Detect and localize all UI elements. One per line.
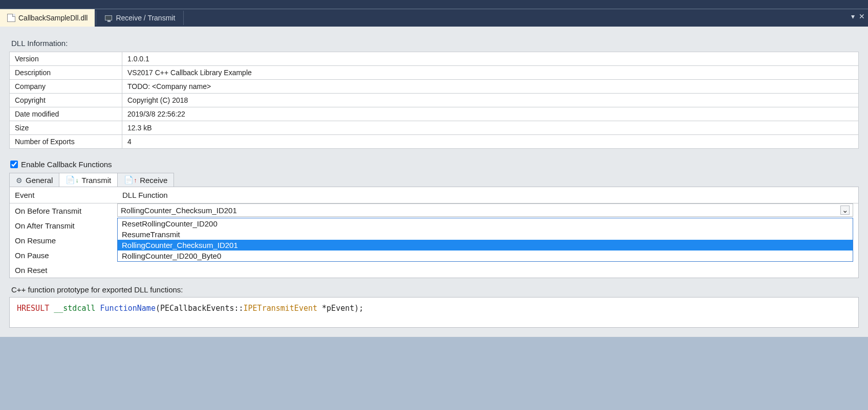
transmit-panel: Event DLL Function On Before Transmit Ro… [9, 187, 859, 278]
info-val: 2019/3/8 22:56:22 [122, 107, 859, 121]
chevron-down-icon[interactable]: ⌄ [840, 206, 850, 215]
file-icon [7, 14, 15, 22]
table-row: Version1.0.0.1 [10, 52, 859, 66]
table-row: DescriptionVS2017 C++ Callback Library E… [10, 66, 859, 80]
tab-label: Receive / Transmit [116, 14, 175, 22]
event-function-grid: Event DLL Function On Before Transmit Ro… [10, 187, 858, 278]
tab-callback-dll[interactable]: CallbackSampleDll.dll [0, 9, 95, 27]
enable-callbacks-row[interactable]: Enable Callback Functions [10, 160, 859, 169]
row-pause-label: On Pause [10, 248, 117, 263]
table-row: CopyrightCopyright (C) 2018 [10, 94, 859, 107]
receive-icon: 📄↑ [124, 175, 137, 185]
combobox-selected-text: RollingCounter_Checksum_ID201 [121, 206, 237, 215]
code-stdcall: __stdcall [54, 304, 95, 313]
dropdown-option-selected[interactable]: RollingCounter_Checksum_ID201 [118, 240, 853, 250]
info-key: Company [10, 80, 122, 94]
prototype-code: HRESULT __stdcall FunctionName(PECallbac… [9, 297, 859, 328]
table-row: Date modified2019/3/8 22:56:22 [10, 107, 859, 121]
row-reset-value[interactable] [117, 263, 858, 278]
function-dropdown: ResetRollingCounter_ID200 ResumeTransmit… [117, 218, 853, 262]
code-hresult: HRESULT [17, 304, 49, 313]
tab-receive-transmit[interactable]: Receive / Transmit [97, 9, 182, 27]
info-val: 1.0.0.1 [122, 52, 859, 66]
tab-receive[interactable]: 📄↑ Receive [118, 173, 174, 187]
tab-strip-controls: ▾ ✕ [851, 12, 865, 20]
enable-callbacks-label: Enable Callback Functions [21, 160, 112, 169]
info-val: VS2017 C++ Callback Library Example [122, 66, 859, 80]
code-text: (PECallbackEvents:: [156, 304, 244, 313]
info-key: Description [10, 66, 122, 80]
dropdown-option[interactable]: RollingCounter_ID200_Byte0 [118, 250, 853, 261]
dll-information-heading: DLL Information: [11, 39, 859, 48]
monitor-icon [104, 14, 113, 22]
tab-transmit[interactable]: 📄↓ Transmit [59, 173, 118, 187]
tab-general[interactable]: General [9, 173, 59, 187]
table-row: CompanyTODO: <Company name> [10, 80, 859, 94]
row-resume-label: On Resume [10, 233, 117, 248]
info-key: Version [10, 52, 122, 66]
row-before-transmit-label: On Before Transmit [10, 203, 117, 218]
tab-label: Transmit [81, 176, 111, 185]
dropdown-option[interactable]: ResumeTransmit [118, 229, 853, 240]
gear-icon [16, 176, 23, 185]
dropdown-option[interactable]: ResetRollingCounter_ID200 [118, 218, 853, 229]
info-val: 4 [122, 135, 859, 149]
title-bar-spacer [0, 0, 868, 9]
info-val: TODO: <Company name> [122, 80, 859, 94]
function-combobox[interactable]: RollingCounter_Checksum_ID201 ⌄ [117, 203, 853, 217]
info-val: 12.3 kB [122, 121, 859, 135]
dll-info-table: Version1.0.0.1 DescriptionVS2017 C++ Cal… [9, 52, 859, 149]
enable-callbacks-checkbox[interactable] [10, 161, 18, 168]
code-funcname: FunctionName [100, 304, 156, 313]
info-key: Date modified [10, 107, 122, 121]
row-after-transmit-label: On After Transmit [10, 218, 117, 233]
table-row: Size12.3 kB [10, 121, 859, 135]
col-header-function: DLL Function [117, 187, 858, 203]
document-tab-strip: CallbackSampleDll.dll Receive / Transmit… [0, 9, 868, 27]
dropdown-icon[interactable]: ▾ [851, 12, 855, 20]
content-area: DLL Information: Version1.0.0.1 Descript… [0, 27, 868, 337]
row-before-transmit-value: RollingCounter_Checksum_ID201 ⌄ ResetRol… [117, 203, 858, 218]
tab-label: CallbackSampleDll.dll [18, 14, 88, 22]
tab-label: Receive [140, 176, 167, 185]
table-row: Number of Exports4 [10, 135, 859, 149]
close-icon[interactable]: ✕ [859, 12, 865, 20]
prototype-heading: C++ function prototype for exported DLL … [11, 285, 859, 294]
tab-divider [183, 11, 184, 25]
tab-divider [96, 11, 96, 25]
row-reset-label: On Reset [10, 263, 117, 278]
info-key: Number of Exports [10, 135, 122, 149]
tab-label: General [26, 176, 53, 185]
info-key: Size [10, 121, 122, 135]
info-key: Copyright [10, 94, 122, 107]
info-val: Copyright (C) 2018 [122, 94, 859, 107]
col-header-event: Event [10, 187, 117, 203]
code-classname: IPETransmitEvent [244, 304, 318, 313]
code-text: *pEvent); [317, 304, 363, 313]
transmit-icon: 📄↓ [66, 175, 78, 185]
callback-subtabs: General 📄↓ Transmit 📄↑ Receive [9, 173, 859, 187]
